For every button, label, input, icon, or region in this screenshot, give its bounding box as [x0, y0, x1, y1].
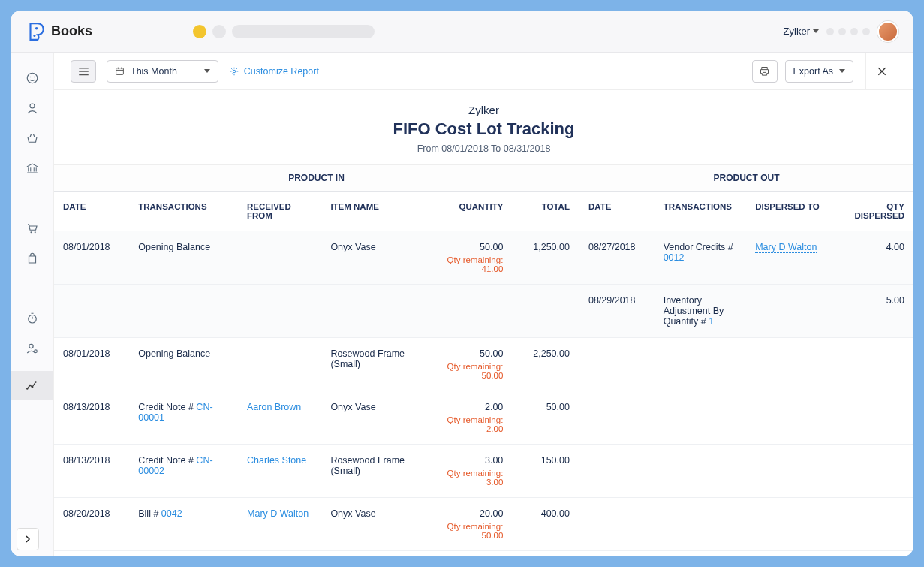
- cell-qty-dispersed: 5.00: [830, 285, 913, 338]
- col-date[interactable]: DATE: [54, 192, 129, 231]
- contact-link[interactable]: Mary D Walton: [755, 242, 817, 253]
- cell-quantity: 2.00Qty remaining: 2.00: [420, 391, 513, 445]
- cell-transaction: Credit Note # CN-00002: [129, 445, 238, 498]
- cell-date: 08/20/2018: [54, 498, 129, 551]
- app-logo[interactable]: Books: [26, 22, 92, 41]
- app-name: Books: [51, 23, 92, 39]
- col-out-transactions[interactable]: TRANSACTIONS: [655, 192, 747, 231]
- menu-button[interactable]: [71, 60, 96, 83]
- sidebar-time[interactable]: [25, 311, 40, 326]
- sidebar-purchases[interactable]: [25, 251, 40, 266]
- org-switcher[interactable]: Zylker: [784, 26, 819, 37]
- svg-point-16: [233, 70, 236, 73]
- cell-out-transaction: [655, 551, 747, 557]
- cell-received-from[interactable]: Mary D Walton: [238, 498, 321, 551]
- cell-qty-dispersed: 4.00: [830, 231, 913, 285]
- contact-link[interactable]: Mary D Walton: [247, 508, 309, 519]
- calendar-icon: [115, 66, 125, 76]
- cell-transaction: Opening Balance: [129, 338, 238, 391]
- cell-qty-dispersed: [830, 445, 913, 498]
- cell-quantity: 20.00Qty remaining: 50.00: [420, 498, 513, 551]
- topbar-placeholder: [193, 25, 375, 38]
- cell-received-from[interactable]: Aaron Brown: [238, 391, 321, 445]
- cell-transaction: Bill # 0042: [129, 498, 238, 551]
- close-button[interactable]: [865, 53, 897, 89]
- cell-dispersed-to: [746, 338, 829, 391]
- cell-out-transaction: Vendor Credits # 0012: [655, 231, 747, 285]
- placeholder-dot: [862, 28, 870, 35]
- cell-date: [54, 285, 129, 338]
- placeholder-dot: [193, 25, 206, 38]
- stopwatch-icon: [26, 312, 39, 325]
- table-row: 08/29/2018Inventory Adjustment By Quanti…: [54, 285, 913, 338]
- close-icon: [876, 65, 888, 77]
- print-button[interactable]: [752, 60, 778, 83]
- cell-quantity: [420, 285, 513, 338]
- print-icon: [759, 65, 770, 77]
- cell-total: 2,250.00: [512, 338, 579, 391]
- export-dropdown[interactable]: Export As: [785, 60, 854, 83]
- cell-dispersed-to[interactable]: Mary D Walton: [746, 231, 829, 285]
- cell-dispersed-to: [746, 551, 829, 557]
- cell-quantity: 50.00Qty remaining: 50.00: [420, 338, 513, 391]
- contact-link[interactable]: Aaron Brown: [247, 402, 301, 412]
- cell-received-from: [238, 338, 321, 391]
- cell-out-date: 08/29/2018: [579, 285, 654, 338]
- sidebar-dashboard[interactable]: [25, 71, 40, 86]
- out-transaction-link[interactable]: 1: [709, 316, 714, 327]
- period-dropdown[interactable]: This Month: [107, 60, 218, 83]
- out-transaction-link[interactable]: 0012: [664, 252, 685, 263]
- cell-out-transaction: [655, 445, 747, 498]
- col-out-date[interactable]: DATE: [579, 192, 654, 231]
- cell-received-from[interactable]: Charles Stone: [238, 445, 321, 498]
- transaction-link[interactable]: 0042: [161, 508, 182, 519]
- cell-received-from[interactable]: Mary D Walton: [238, 551, 321, 557]
- sidebar-banking[interactable]: [25, 161, 40, 176]
- col-received-from[interactable]: RECEIVED FROM: [238, 192, 321, 231]
- cell-total: 200.00: [512, 551, 579, 557]
- col-quantity[interactable]: QUANTITY: [420, 192, 513, 231]
- sidebar-accountant[interactable]: [25, 341, 40, 356]
- placeholder-pill: [232, 25, 375, 38]
- svg-point-10: [34, 350, 37, 353]
- topbar-right: Zylker: [784, 21, 898, 42]
- contact-link[interactable]: Charles Stone: [247, 455, 306, 466]
- report-table-wrap[interactable]: PRODUCT IN PRODUCT OUT DATE TRANSACTIONS…: [54, 165, 913, 556]
- sidebar-reports[interactable]: [11, 371, 53, 400]
- period-label: This Month: [131, 66, 177, 77]
- svg-point-6: [30, 231, 32, 233]
- app-body: This Month Customize Report Export As: [11, 53, 913, 556]
- col-transactions[interactable]: TRANSACTIONS: [129, 192, 238, 231]
- cell-total: 1,250.00: [512, 231, 579, 285]
- books-logo-icon: [26, 22, 45, 41]
- gear-icon: [229, 66, 239, 77]
- table-group-header: PRODUCT IN PRODUCT OUT: [54, 165, 913, 192]
- col-dispersed-to[interactable]: DISPERSED TO: [746, 192, 829, 231]
- report-title: FIFO Cost Lot Tracking: [54, 119, 913, 139]
- col-item-name[interactable]: ITEM NAME: [321, 192, 420, 231]
- col-total[interactable]: TOTAL: [512, 192, 579, 231]
- bag-icon: [26, 252, 39, 265]
- cell-transaction: [129, 285, 238, 338]
- table-body: 08/01/2018Opening BalanceOnyx Vase50.00Q…: [54, 231, 913, 557]
- group-product-in: PRODUCT IN: [54, 165, 579, 192]
- qty-remaining: Qty remaining: 3.00: [429, 469, 504, 487]
- svg-point-1: [33, 34, 35, 36]
- customize-report-link[interactable]: Customize Report: [229, 66, 319, 77]
- sidebar-sales[interactable]: [25, 221, 40, 236]
- sidebar-items[interactable]: [25, 131, 40, 146]
- svg-rect-15: [116, 68, 124, 75]
- svg-point-3: [30, 77, 32, 78]
- export-label: Export As: [793, 66, 834, 77]
- cart-icon: [26, 222, 39, 235]
- cell-out-date: [579, 391, 654, 445]
- sidebar-contacts[interactable]: [25, 101, 40, 116]
- caret-down-icon: [813, 29, 819, 33]
- col-qty-dispersed[interactable]: QTY DISPERSED: [830, 192, 913, 231]
- svg-point-9: [29, 344, 32, 348]
- sidebar-expand-button[interactable]: [17, 528, 39, 550]
- avatar[interactable]: [877, 21, 898, 42]
- cell-total: 150.00: [512, 445, 579, 498]
- placeholder-dot: [838, 28, 846, 35]
- app-window: Books Zylker: [11, 11, 913, 556]
